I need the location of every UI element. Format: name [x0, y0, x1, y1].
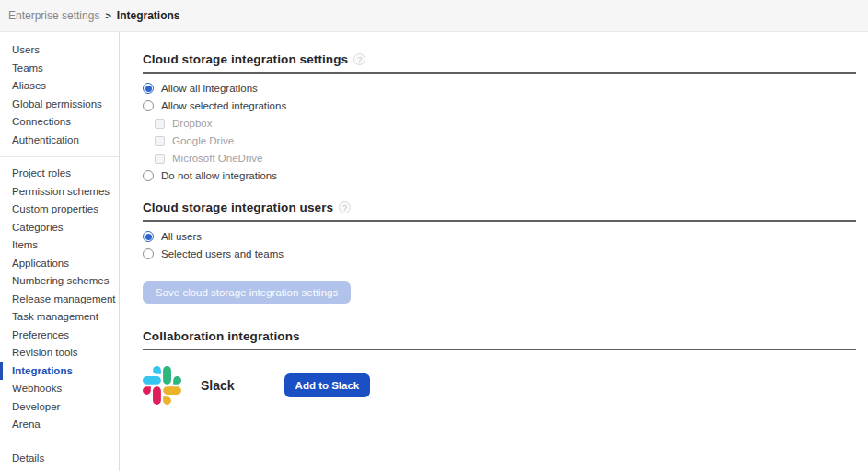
sidebar-item-details[interactable]: Details — [0, 450, 119, 468]
sidebar-item-custom-properties[interactable]: Custom properties — [0, 201, 119, 219]
radio-icon[interactable] — [143, 231, 154, 242]
radio-icon[interactable] — [143, 170, 154, 181]
sidebar-item-categories[interactable]: Categories — [0, 219, 119, 237]
checkbox-icon[interactable] — [155, 154, 165, 164]
sidebar-item-numbering-schemes[interactable]: Numbering schemes — [0, 272, 119, 291]
radio-label: All users — [161, 231, 202, 242]
sidebar-item-authentication[interactable]: Authentication — [0, 132, 119, 150]
checkbox-label: Dropbox — [172, 118, 212, 129]
radio-selected-users-and-teams[interactable]: Selected users and teams — [143, 247, 856, 260]
radio-label: Selected users and teams — [161, 248, 284, 259]
radio-label: Do not allow integrations — [161, 170, 277, 181]
checkbox-dropbox[interactable]: Dropbox — [155, 117, 856, 130]
slack-logo-icon — [143, 366, 181, 405]
section-title-cloud-storage-users: Cloud storage integration users — [143, 201, 333, 214]
sidebar-item-project-roles[interactable]: Project roles — [0, 165, 119, 183]
integration-name: Slack — [201, 378, 235, 393]
sidebar-item-developer[interactable]: Developer — [0, 398, 119, 417]
main-content: Cloud storage integration settings ? All… — [120, 32, 868, 471]
sidebar-item-revision-tools[interactable]: Revision tools — [0, 344, 119, 362]
radio-icon[interactable] — [143, 83, 154, 94]
help-icon[interactable]: ? — [339, 201, 351, 213]
sidebar-item-connections[interactable]: Connections — [0, 113, 119, 132]
radio-label: Allow selected integrations — [161, 100, 286, 111]
cloud-storage-users-section: Cloud storage integration users ? All us… — [143, 201, 856, 304]
checkbox-google-drive[interactable]: Google Drive — [155, 134, 856, 147]
add-to-slack-button[interactable]: Add to Slack — [284, 373, 371, 397]
sidebar-divider — [0, 442, 119, 442]
sidebar-item-task-management[interactable]: Task management — [0, 308, 119, 327]
section-divider — [143, 349, 856, 350]
section-title-cloud-storage-settings: Cloud storage integration settings — [143, 52, 348, 66]
sidebar-item-global-permissions[interactable]: Global permissions — [0, 96, 119, 114]
checkbox-icon[interactable] — [155, 119, 165, 129]
sidebar-item-aliases[interactable]: Aliases — [0, 77, 119, 96]
radio-do-not-allow-integrations[interactable]: Do not allow integrations — [143, 169, 856, 182]
sidebar-item-applications[interactable]: Applications — [0, 255, 119, 273]
radio-allow-all-integrations[interactable]: Allow all integrations — [143, 82, 856, 95]
radio-icon[interactable] — [143, 100, 154, 111]
sidebar-item-integrations[interactable]: Integrations — [0, 362, 119, 381]
sidebar-item-items[interactable]: Items — [0, 236, 119, 255]
breadcrumb-section[interactable]: Enterprise settings — [8, 9, 99, 22]
slack-integration-row: Slack Add to Slack — [143, 363, 856, 408]
sidebar-item-release-management[interactable]: Release management — [0, 291, 119, 309]
radio-label: Allow all integrations — [161, 83, 258, 94]
sidebar-item-users[interactable]: Users — [0, 41, 119, 60]
collaboration-integrations-section: Collaboration integrations Slack Add to … — [143, 329, 856, 408]
sidebar-item-preferences[interactable]: Preferences — [0, 327, 119, 345]
radio-icon[interactable] — [143, 248, 154, 259]
radio-all-users[interactable]: All users — [143, 230, 856, 243]
breadcrumb-separator-icon: > — [105, 10, 110, 21]
sidebar-item-arena[interactable]: Arena — [0, 416, 119, 434]
checkbox-label: Google Drive — [172, 135, 234, 146]
settings-sidebar: Users Teams Aliases Global permissions C… — [0, 32, 120, 471]
breadcrumb-current-page: Integrations — [117, 9, 180, 22]
sidebar-item-teams[interactable]: Teams — [0, 60, 119, 78]
sidebar-divider — [0, 156, 119, 157]
section-title-collaboration-integrations: Collaboration integrations — [143, 329, 300, 343]
sidebar-item-webhooks[interactable]: Webhooks — [0, 380, 119, 398]
breadcrumb: Enterprise settings > Integrations — [0, 0, 868, 32]
section-divider — [143, 220, 856, 222]
checkbox-icon[interactable] — [155, 136, 165, 146]
checkbox-label: Microsoft OneDrive — [172, 153, 262, 164]
page-body: Users Teams Aliases Global permissions C… — [0, 32, 868, 471]
sidebar-item-permission-schemes[interactable]: Permission schemes — [0, 183, 119, 201]
radio-allow-selected-integrations[interactable]: Allow selected integrations — [143, 99, 856, 112]
help-icon[interactable]: ? — [353, 53, 365, 65]
section-divider — [143, 72, 856, 74]
cloud-storage-settings-section: Cloud storage integration settings ? All… — [143, 52, 856, 182]
checkbox-microsoft-onedrive[interactable]: Microsoft OneDrive — [155, 152, 856, 165]
save-cloud-storage-settings-button[interactable]: Save cloud storage integration settings — [143, 281, 351, 304]
